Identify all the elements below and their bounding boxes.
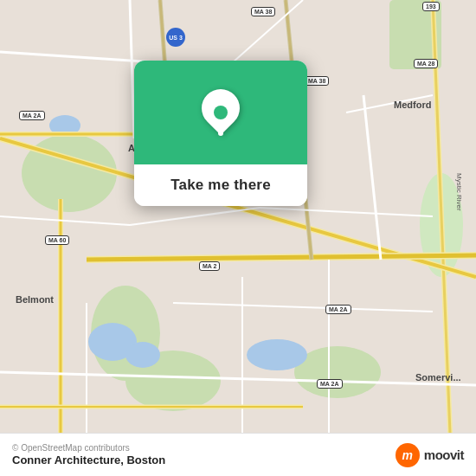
svg-point-9	[247, 339, 307, 370]
route-badge-ma60: MA 60	[45, 235, 69, 245]
popup-button-area: Take me there	[134, 164, 307, 206]
svg-point-8	[125, 342, 160, 368]
route-badge-ma2: MA 2	[199, 261, 220, 271]
location-pin	[202, 89, 240, 136]
moovit-logo: m moovit	[396, 443, 464, 467]
svg-text:Mystic River: Mystic River	[455, 173, 463, 211]
route-badge-us3: US 3	[166, 28, 185, 47]
moovit-label: moovit	[424, 447, 464, 462]
location-popup: Take me there	[134, 61, 307, 206]
location-name: Conner Architecture, Boston	[12, 453, 165, 466]
route-badge-ma38-top: MA 38	[251, 7, 275, 16]
town-label-medford: Medford	[394, 100, 431, 110]
route-badge-ma2a-left: MA 2A	[19, 111, 45, 120]
svg-point-4	[294, 346, 381, 398]
copyright-text: © OpenStreetMap contributors	[12, 443, 165, 453]
route-badge-ma28: MA 28	[414, 59, 438, 68]
town-label-somerville: Somervi...	[415, 372, 461, 383]
route-badge-ma2a-bottom: MA 2A	[317, 379, 343, 389]
take-me-there-button[interactable]: Take me there	[170, 177, 271, 194]
bottom-bar-left: © OpenStreetMap contributors Conner Arch…	[12, 443, 165, 466]
route-badge-i93: 193	[422, 2, 440, 11]
bottom-bar: © OpenStreetMap contributors Conner Arch…	[0, 433, 476, 476]
town-label-belmont: Belmont	[16, 294, 54, 305]
map-container: Mystic River Medford Arlin Belmont Somer…	[0, 0, 476, 433]
route-badge-ma38-mid: MA 38	[305, 76, 329, 86]
moovit-m-letter: m	[402, 448, 413, 462]
moovit-icon: m	[396, 443, 420, 467]
route-badge-ma2a-right: MA 2A	[325, 305, 351, 314]
popup-header	[134, 61, 307, 164]
